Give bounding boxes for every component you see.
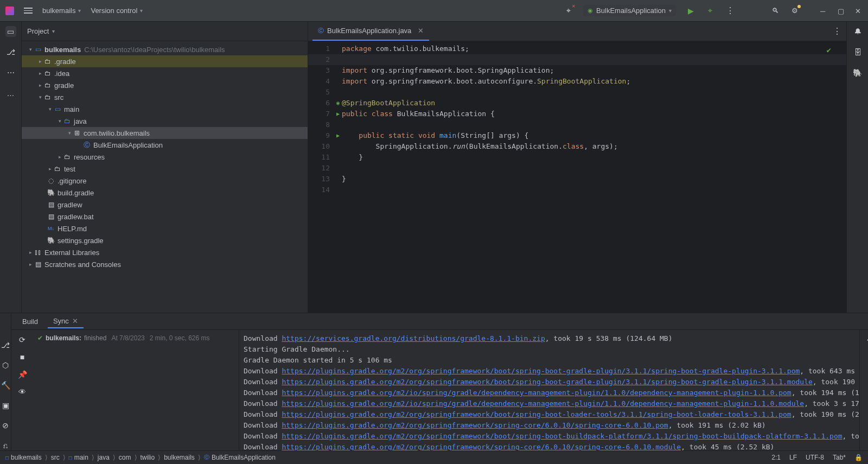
module-icon: ▭	[34, 46, 42, 53]
project-panel-title: Project	[27, 27, 49, 35]
show-icon[interactable]: 👁	[17, 386, 28, 397]
tree-folder-main[interactable]: ▾▭main	[22, 103, 308, 115]
project-name: bulkemails	[42, 7, 75, 15]
tree-file-gitignore[interactable]: ◌.gitignore	[22, 175, 308, 187]
services-tool-icon[interactable]: ⬡	[0, 360, 11, 371]
tree-folder-gradle[interactable]: ▸🗀gradle	[22, 79, 308, 91]
folder-icon: 🗀	[43, 58, 52, 65]
close-tab-icon[interactable]: ✕	[418, 27, 424, 35]
project-panel: Project ▾ ▾▭bulkemailsC:\Users\antoz\Ide…	[22, 22, 308, 313]
file-icon: ▤	[47, 213, 55, 220]
editor-area: Ⓒ BulkEmailsApplication.java ✕ ⋮ 123456◉…	[308, 22, 846, 313]
tree-file-gradlew[interactable]: ▤gradlew	[22, 199, 308, 211]
chevron-down-icon: ▾	[669, 8, 672, 14]
vcs-label: Version control	[91, 7, 137, 15]
title-bar: bulkemails▾ Version control▾ ⌖ ◉ BulkEma…	[0, 0, 868, 22]
run-button[interactable]: ▶	[686, 6, 695, 16]
database-tool-icon[interactable]: 🗄	[852, 47, 863, 58]
sync-toolbar: ⟳ ■ 📌 👁	[11, 330, 33, 450]
gradle-icon: 🐘	[47, 237, 55, 244]
tree-class-app[interactable]: ⒸBulkEmailsApplication	[22, 139, 308, 151]
scratches-icon: ▤	[34, 260, 42, 268]
chevron-down-icon: ▾	[78, 8, 81, 14]
close-tab-icon[interactable]: ✕	[72, 317, 78, 325]
close-button[interactable]: ✕	[855, 7, 863, 15]
editor-more-icon[interactable]: ⋮	[833, 26, 841, 36]
debug-button[interactable]: ⌖	[705, 6, 715, 16]
chevron-down-icon: ▾	[140, 8, 143, 14]
tree-file-settings-gradle[interactable]: 🐘settings.gradle	[22, 234, 308, 246]
maximize-button[interactable]: ▢	[838, 7, 845, 15]
run-config-name: BulkEmailsApplication	[596, 7, 666, 15]
library-icon: ⫿⫿	[34, 249, 42, 256]
tree-folder-idea[interactable]: ▸🗀.idea	[22, 67, 308, 79]
tree-file-gradlew-bat[interactable]: ▤gradlew.bat	[22, 211, 308, 223]
sync-task-tree[interactable]: ✔ bulkemails: finished At 7/8/2023 2 min…	[33, 330, 239, 450]
structure-tool-icon[interactable]: ⋯	[5, 67, 16, 78]
notifications-icon[interactable]: 🔔︎	[852, 26, 863, 37]
tree-folder-gradle-hidden[interactable]: ▸🗀.gradle	[22, 55, 308, 67]
tree-scratches[interactable]: ▸▤Scratches and Consoles	[22, 258, 308, 270]
success-icon: ✔	[37, 334, 43, 342]
indent-info[interactable]: Tab*	[833, 454, 846, 461]
bottom-tab-build[interactable]: Build	[17, 315, 43, 328]
analysis-ok-icon[interactable]: ✔	[827, 46, 831, 54]
run-config-dropdown[interactable]: ◉ BulkEmailsApplication ▾	[583, 5, 676, 16]
build-tool-icon[interactable]: 🔨	[0, 380, 11, 391]
tree-external-libraries[interactable]: ▸⫿⫿External Libraries	[22, 246, 308, 258]
tree-folder-resources[interactable]: ▸🗀resources	[22, 151, 308, 163]
tree-folder-src[interactable]: ▾🗀src	[22, 91, 308, 103]
caret-position[interactable]: 2:1	[771, 454, 781, 461]
file-icon: ▤	[47, 201, 55, 208]
problems-tool-icon[interactable]: ⊘	[0, 420, 11, 430]
editor-tab[interactable]: Ⓒ BulkEmailsApplication.java ✕	[312, 22, 429, 41]
terminal-tool-icon[interactable]: ▣	[0, 400, 11, 410]
project-tool-icon[interactable]: ▭	[5, 26, 16, 37]
file-encoding[interactable]: UTF-8	[806, 454, 824, 461]
inspection-icon[interactable]: ⌖	[564, 6, 573, 16]
vcs-dropdown[interactable]: Version control▾	[91, 7, 143, 15]
minimize-button[interactable]: ─	[820, 7, 828, 15]
tree-file-help-md[interactable]: M↓HELP.md	[22, 223, 308, 234]
current-line-highlight	[308, 54, 846, 65]
module-icon: ▭	[53, 105, 62, 113]
right-tool-strip: 🔔︎ 🗄 🐘	[846, 22, 868, 313]
gradle-tool-icon[interactable]: 🐘	[852, 67, 863, 78]
tree-folder-java[interactable]: ▾🗀java	[22, 115, 308, 127]
class-icon: Ⓒ	[318, 27, 324, 35]
project-tree[interactable]: ▾▭bulkemailsC:\Users\antoz\IdeaProjects\…	[22, 41, 308, 313]
refresh-icon[interactable]: ⟳	[17, 334, 28, 345]
spring-icon: ◉	[588, 7, 593, 14]
chevron-down-icon[interactable]: ▾	[52, 28, 55, 34]
pin-icon[interactable]: 📌	[17, 369, 28, 380]
left-tool-strip: ▭ ⎇ ⋯ …	[0, 22, 22, 313]
markdown-icon: M↓	[47, 226, 55, 231]
stop-icon[interactable]: ■	[17, 352, 28, 363]
console-toolbar: ↩ ↧	[859, 330, 868, 450]
scroll-end-icon[interactable]: ↧	[865, 352, 868, 363]
gutter[interactable]: 123456◉7▶89▶1011121314	[308, 41, 342, 313]
soft-wrap-icon[interactable]: ↩	[865, 334, 868, 345]
tree-folder-test[interactable]: ▸🗀test	[22, 163, 308, 175]
tree-file-build-gradle[interactable]: 🐘build.gradle	[22, 187, 308, 199]
breadcrumb[interactable]: □bulkemails⟩src⟩□main⟩java⟩com⟩twilio⟩bu…	[5, 454, 276, 461]
line-separator[interactable]: LF	[789, 454, 797, 461]
status-bar: □bulkemails⟩src⟩□main⟩java⟩com⟩twilio⟩bu…	[0, 450, 868, 464]
search-icon[interactable]: 🔍︎	[770, 6, 780, 16]
build-console[interactable]: Download https://services.gradle.org/dis…	[239, 330, 859, 450]
tree-root[interactable]: ▾▭bulkemailsC:\Users\antoz\IdeaProjects\…	[22, 43, 308, 55]
class-icon: Ⓒ	[82, 141, 91, 150]
tree-package[interactable]: ▾⊞com.twilio.bulkemails	[22, 127, 308, 139]
bottom-tab-sync[interactable]: Sync✕	[48, 315, 84, 328]
code-editor[interactable]: 123456◉7▶89▶1011121314 package com.twili…	[308, 41, 846, 313]
settings-icon[interactable]: ⚙	[790, 6, 800, 16]
more-actions-icon[interactable]: ⋮	[725, 6, 735, 16]
folder-icon: 🗀	[43, 81, 52, 89]
commit-tool-icon[interactable]: ⎇	[5, 47, 16, 58]
vcs-tool-icon[interactable]: ⎌	[0, 440, 11, 450]
more-tool-icon[interactable]: …	[5, 88, 16, 99]
git-tool-icon[interactable]: ⎇	[0, 340, 11, 351]
readonly-icon[interactable]: 🔒	[854, 454, 863, 461]
main-menu-icon[interactable]	[24, 8, 33, 14]
project-dropdown[interactable]: bulkemails▾	[42, 7, 81, 15]
